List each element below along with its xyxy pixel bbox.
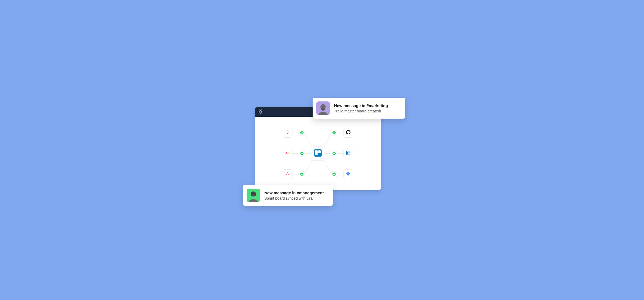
monday-icon [285,151,290,156]
notification-title: New message in #management [264,191,324,195]
clickup-icon [285,130,290,136]
trello-outline-icon [346,151,350,156]
avatar [316,101,330,115]
svg-rect-21 [349,152,349,153]
status-node [299,171,305,177]
notification-title: New message in #marketing [334,103,388,108]
check-icon [300,152,303,155]
notification-body: Trello master board created! [334,109,388,113]
notification-card-management: New message in #management Sprint board … [243,185,333,206]
svg-rect-13 [315,150,318,155]
status-node [299,130,305,136]
check-icon [332,173,336,176]
app-node-asana [283,169,292,179]
svg-line-9 [323,133,331,149]
svg-rect-14 [318,150,321,153]
asana-icon [285,171,290,177]
svg-point-17 [286,174,287,175]
status-node [331,130,337,136]
svg-line-6 [305,133,313,149]
svg-line-8 [305,158,313,174]
avatar [247,189,260,202]
app-window [255,107,381,190]
jira-icon [346,171,351,177]
svg-rect-20 [347,152,348,154]
status-node [331,151,337,156]
illustration-stage: New message in #marketing Trello master … [228,83,416,217]
notification-card-marketing: New message in #marketing Trello master … [313,98,405,119]
person-icon [247,189,260,202]
app-node-trello-alt [343,149,353,158]
notification-text: New message in #marketing Trello master … [334,103,388,113]
svg-point-18 [288,174,289,175]
notification-body: Sprint board synced with Jira! [264,196,324,200]
status-node [331,171,337,177]
svg-rect-19 [346,151,350,155]
notification-text: New message in #management Sprint board … [264,191,324,200]
check-icon [300,173,303,176]
check-icon [332,131,336,134]
github-icon [346,130,351,136]
unito-logo-icon [258,109,263,114]
svg-point-23 [321,108,325,111]
check-icon [332,152,336,155]
person-icon [316,101,330,115]
integration-canvas [255,117,381,190]
svg-point-16 [287,172,288,173]
check-icon [300,131,303,134]
app-node-monday [283,149,292,158]
center-node-trello [311,146,325,161]
app-node-jira [343,169,353,179]
trello-icon [314,149,322,158]
status-node [299,151,305,156]
svg-line-11 [323,158,331,174]
app-node-github [343,128,353,138]
app-node-clickup [283,128,292,138]
svg-point-15 [289,153,290,154]
